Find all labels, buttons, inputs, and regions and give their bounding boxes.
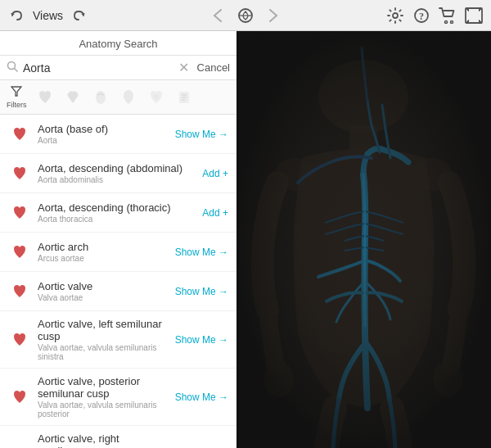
- result-text: Aortic archArcus aortae: [38, 241, 169, 263]
- result-text: Aorta, descending (abdominal)Aorta abdom…: [38, 162, 196, 184]
- result-item[interactable]: Aorta, descending (thoracic)Aorta thorac…: [0, 193, 236, 233]
- result-text: Aortic valveValva aortae: [38, 280, 169, 302]
- undo-icon[interactable]: [8, 7, 26, 25]
- result-thumb-icon: [8, 443, 31, 449]
- toolbar: Views: [0, 0, 491, 31]
- svg-point-6: [450, 20, 453, 23]
- result-text: Aorta (base of)Aorta: [38, 123, 169, 145]
- filter-thumb-3[interactable]: [89, 86, 112, 109]
- right-panel: [236, 31, 491, 448]
- show-me-button[interactable]: Show Me →: [169, 247, 228, 258]
- left-panel: Anatomy Search ✕ Cancel Filters: [0, 31, 236, 448]
- filter-thumb-2[interactable]: [61, 86, 84, 109]
- svg-marker-10: [11, 87, 21, 96]
- filter-thumb-1[interactable]: [34, 86, 56, 109]
- result-name: Aorta, descending (thoracic): [38, 201, 196, 214]
- result-thumb-icon: [8, 162, 31, 185]
- search-bar: ✕ Cancel: [0, 56, 236, 80]
- result-name: Aortic valve, left semilunar cusp: [38, 318, 169, 342]
- result-text: Aorta, descending (thoracic)Aorta thorac…: [38, 201, 196, 224]
- show-me-button[interactable]: Show Me →: [169, 286, 228, 297]
- toolbar-left: Views: [8, 7, 166, 25]
- result-item[interactable]: Aortic valveValva aortaeShow Me →: [0, 272, 236, 311]
- next-icon[interactable]: [264, 7, 282, 25]
- result-thumb-icon: [8, 328, 31, 351]
- filter-icon: [11, 85, 22, 99]
- result-thumb-icon: [8, 280, 31, 303]
- redo-icon[interactable]: [70, 7, 88, 25]
- result-name: Aortic valve: [38, 280, 169, 292]
- search-input[interactable]: [23, 61, 173, 75]
- filters-button[interactable]: Filters: [7, 85, 27, 109]
- panel-title: Anatomy Search: [0, 31, 236, 56]
- result-latin-name: Aorta: [38, 136, 169, 145]
- views-label: Views: [33, 9, 63, 22]
- cancel-button[interactable]: Cancel: [194, 61, 230, 74]
- result-thumb-icon: [8, 241, 31, 264]
- result-thumb-icon: [8, 123, 31, 146]
- result-latin-name: Aorta abdominalis: [38, 175, 196, 184]
- result-latin-name: Valva aortae, valvula semilunaris sinist…: [38, 343, 169, 361]
- svg-point-11: [96, 91, 106, 104]
- svg-point-12: [154, 94, 159, 99]
- toolbar-center: [166, 7, 324, 25]
- add-button[interactable]: Add +: [196, 207, 228, 219]
- result-item[interactable]: Aortic valve, left semilunar cuspValva a…: [0, 311, 236, 369]
- result-latin-name: Arcus aortae: [38, 254, 169, 263]
- result-item[interactable]: Aortic valve, posterior semilunar cuspVa…: [0, 369, 236, 426]
- svg-point-5: [444, 20, 447, 23]
- result-latin-name: Valva aortae: [38, 293, 169, 302]
- results-list: Aorta (base of)AortaShow Me → Aorta, des…: [0, 115, 236, 448]
- result-latin-name: Aorta thoracica: [38, 215, 196, 224]
- result-item[interactable]: Aortic archArcus aortaeShow Me →: [0, 233, 236, 272]
- result-thumb-icon: [8, 201, 31, 224]
- svg-text:?: ?: [419, 11, 424, 22]
- toolbar-right: ?: [325, 7, 483, 25]
- search-icon: [7, 61, 18, 75]
- show-me-button[interactable]: Show Me →: [169, 334, 228, 346]
- result-thumb-icon: [8, 386, 31, 409]
- result-name: Aortic valve, right semilunar cusp: [38, 432, 169, 448]
- expand-icon[interactable]: [465, 7, 483, 25]
- result-item[interactable]: Aorta, descending (abdominal)Aorta abdom…: [0, 154, 236, 193]
- filter-thumb-6[interactable]: [173, 86, 196, 109]
- result-item[interactable]: Aorta (base of)AortaShow Me →: [0, 115, 236, 154]
- result-name: Aorta (base of): [38, 123, 169, 135]
- svg-line-9: [15, 69, 18, 72]
- svg-rect-24: [236, 31, 491, 448]
- result-name: Aortic arch: [38, 241, 169, 253]
- result-name: Aortic valve, posterior semilunar cusp: [38, 375, 169, 400]
- svg-point-2: [393, 13, 398, 18]
- settings-icon[interactable]: [386, 7, 404, 25]
- filter-thumb-4[interactable]: [117, 86, 140, 109]
- result-text: Aortic valve, left semilunar cuspValva a…: [38, 318, 169, 361]
- result-name: Aorta, descending (abdominal): [38, 162, 196, 174]
- home-icon[interactable]: [236, 7, 255, 25]
- result-item[interactable]: Aortic valve, right semilunar cuspValva …: [0, 426, 236, 448]
- result-text: Aortic valve, posterior semilunar cuspVa…: [38, 375, 169, 419]
- anatomy-visualization: [236, 31, 491, 448]
- search-clear-icon[interactable]: ✕: [178, 61, 189, 75]
- filter-thumb-5[interactable]: [145, 86, 168, 109]
- result-latin-name: Valva aortae, valvula semilunaris poster…: [38, 400, 169, 419]
- filters-label: Filters: [7, 101, 27, 109]
- show-me-button[interactable]: Show Me →: [169, 391, 228, 403]
- filter-row: Filters: [0, 80, 236, 115]
- filter-icons-row: [34, 86, 231, 109]
- show-me-button[interactable]: Show Me →: [169, 129, 228, 140]
- result-text: Aortic valve, right semilunar cuspValva …: [38, 432, 169, 448]
- add-button[interactable]: Add +: [196, 168, 228, 179]
- help-icon[interactable]: ?: [412, 7, 430, 25]
- prev-icon[interactable]: [209, 7, 227, 25]
- cart-icon[interactable]: [439, 7, 457, 25]
